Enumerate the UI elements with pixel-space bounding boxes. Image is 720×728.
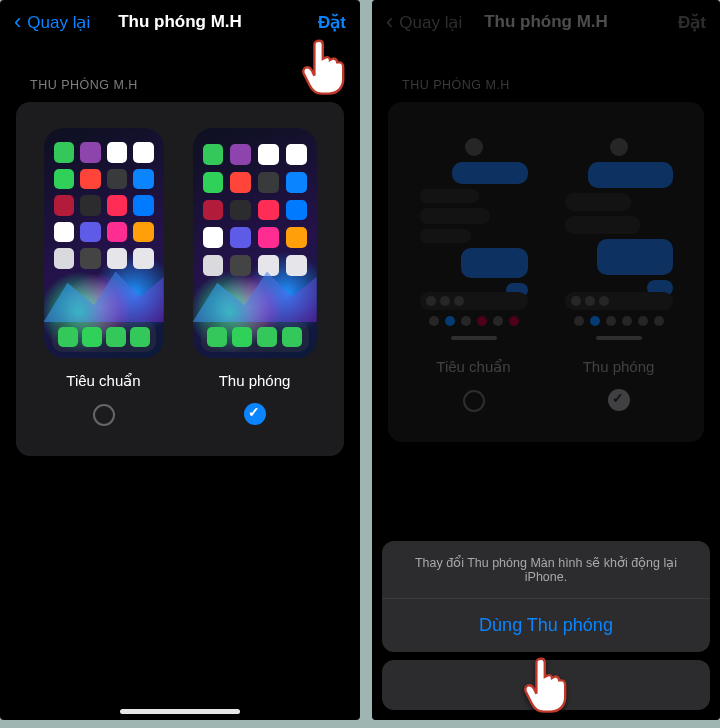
- set-button[interactable]: Đặt: [318, 12, 346, 33]
- navbar: ‹ Quay lại Thu phóng M.H Đặt: [0, 0, 360, 44]
- page-title: Thu phóng M.H: [118, 12, 242, 32]
- section-header: THU PHÓNG M.H: [372, 44, 720, 102]
- section-header: THU PHÓNG M.H: [0, 44, 360, 102]
- radio-zoomed: [608, 389, 630, 411]
- back-label: Quay lại: [27, 12, 90, 33]
- preview-standard-phone: [44, 128, 164, 358]
- page-title: Thu phóng M.H: [484, 12, 608, 32]
- set-button: Đặt: [678, 12, 706, 33]
- radio-standard[interactable]: [93, 404, 115, 426]
- screen-display-zoom: ‹ Quay lại Thu phóng M.H Đặt THU PHÓNG M…: [0, 0, 360, 720]
- home-indicator[interactable]: [120, 709, 240, 714]
- option-zoomed-label: Thu phóng: [219, 372, 291, 389]
- radio-standard: [463, 390, 485, 412]
- avatar-icon: [610, 138, 628, 156]
- chevron-left-icon: ‹: [386, 11, 393, 33]
- avatar-icon: [465, 138, 483, 156]
- chevron-left-icon: ‹: [14, 11, 21, 33]
- back-button: ‹ Quay lại: [386, 11, 462, 33]
- option-standard: Tiêu chuẩn: [412, 128, 536, 412]
- cancel-button[interactable]: [382, 660, 710, 710]
- preview-zoomed-messages: [557, 128, 681, 344]
- option-standard[interactable]: Tiêu chuẩn: [44, 128, 164, 426]
- preview-standard-messages: [412, 128, 536, 344]
- option-zoomed[interactable]: Thu phóng: [193, 128, 317, 426]
- back-button[interactable]: ‹ Quay lại: [14, 11, 90, 33]
- use-zoom-button[interactable]: Dùng Thu phóng: [382, 599, 710, 652]
- radio-zoomed[interactable]: [244, 403, 266, 425]
- option-standard-label: Tiêu chuẩn: [66, 372, 140, 390]
- option-zoomed: Thu phóng: [557, 128, 681, 412]
- navbar: ‹ Quay lại Thu phóng M.H Đặt: [372, 0, 720, 44]
- preview-card: Tiêu chuẩn Thu phóng: [388, 102, 704, 442]
- option-zoomed-label: Thu phóng: [583, 358, 655, 375]
- option-standard-label: Tiêu chuẩn: [436, 358, 510, 376]
- preview-card: Tiêu chuẩn: [16, 102, 344, 456]
- preview-zoomed-phone: [193, 128, 317, 358]
- confirm-action-sheet: Thay đổi Thu phóng Màn hình sẽ khởi động…: [382, 541, 710, 710]
- back-label: Quay lại: [399, 12, 462, 33]
- sheet-message: Thay đổi Thu phóng Màn hình sẽ khởi động…: [382, 541, 710, 599]
- screen-display-zoom-confirm: ‹ Quay lại Thu phóng M.H Đặt THU PHÓNG M…: [372, 0, 720, 720]
